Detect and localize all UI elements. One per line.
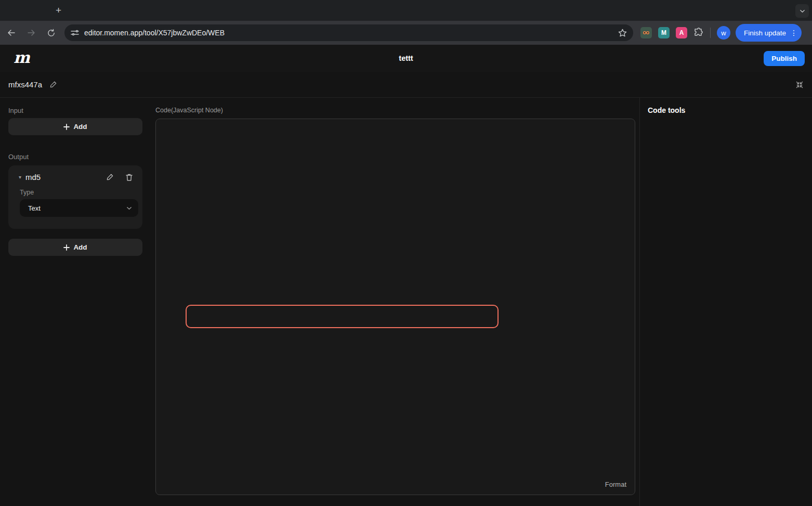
finish-update-button[interactable]: Finish update ⋮ xyxy=(736,24,802,42)
tab-search-button[interactable] xyxy=(795,4,809,18)
output-section-label: Output xyxy=(8,153,29,161)
close-window-button[interactable] xyxy=(10,7,17,14)
edit-output-icon[interactable] xyxy=(106,173,114,181)
output-item-card: ▾ md5 Type Text xyxy=(8,165,142,229)
editor-label: Code(JavaScript Node) xyxy=(155,107,223,114)
reload-button[interactable] xyxy=(43,24,59,41)
forward-button[interactable] xyxy=(23,24,40,41)
browser-menu-icon[interactable]: ⋮ xyxy=(790,29,797,37)
io-panel: Input Add Output ▾ md5 Type Text Add xyxy=(0,98,151,506)
site-settings-icon xyxy=(71,29,79,37)
delete-output-icon[interactable] xyxy=(125,173,133,181)
reload-icon xyxy=(47,29,56,37)
extensions-area: M A w xyxy=(640,26,730,40)
collapse-output-caret-icon[interactable]: ▾ xyxy=(19,174,21,180)
toolbar-divider xyxy=(710,28,711,38)
minimize-window-button[interactable] xyxy=(21,7,28,14)
finish-update-label: Finish update xyxy=(744,29,786,37)
chevron-down-icon xyxy=(126,205,132,211)
highlighted-line-box xyxy=(186,305,499,328)
type-value: Text xyxy=(28,204,126,212)
momen-logo[interactable]: m xyxy=(14,48,30,67)
browser-toolbar: editor.momen.app/tool/X57jbwZwDEo/WEB M … xyxy=(0,21,812,45)
type-select[interactable]: Text xyxy=(20,199,138,217)
node-bar: mfxs447a xyxy=(0,72,812,98)
code-tools-title: Code tools xyxy=(648,106,804,114)
input-section-label: Input xyxy=(8,107,23,114)
publish-button[interactable]: Publish xyxy=(764,51,805,66)
app-header: m tettt Publish xyxy=(0,45,812,72)
back-button[interactable] xyxy=(3,24,20,41)
m-extension-icon[interactable]: M xyxy=(658,27,670,38)
code-tools-panel: Code tools xyxy=(639,98,812,506)
type-label: Type xyxy=(20,189,136,196)
add-input-button[interactable]: Add xyxy=(8,118,142,135)
window-controls xyxy=(10,7,39,14)
back-arrow-icon xyxy=(7,29,16,37)
url-text[interactable]: editor.momen.app/tool/X57jbwZwDEo/WEB xyxy=(84,29,618,37)
collapse-panel-icon[interactable] xyxy=(795,81,804,89)
chevron-down-icon xyxy=(800,8,805,14)
monkey-goggles-icon xyxy=(642,30,650,36)
address-bar[interactable]: editor.momen.app/tool/X57jbwZwDEo/WEB xyxy=(64,24,633,41)
zoom-window-button[interactable] xyxy=(32,7,39,14)
browser-tab-strip: + xyxy=(0,0,812,21)
forward-arrow-icon xyxy=(27,29,36,37)
node-id: mfxs447a xyxy=(8,80,42,89)
plus-icon xyxy=(63,124,70,130)
project-title: tettt xyxy=(0,54,812,62)
monkey-extension-icon[interactable] xyxy=(640,27,652,38)
add-output-label: Add xyxy=(73,243,87,251)
plus-icon xyxy=(63,244,70,251)
translate-extension-icon[interactable]: A xyxy=(676,27,687,38)
add-output-button[interactable]: Add xyxy=(8,239,142,256)
format-button[interactable]: Format xyxy=(605,481,626,488)
extensions-puzzle-icon[interactable] xyxy=(693,28,704,38)
code-editor[interactable]: Format xyxy=(155,119,635,495)
bookmark-star-icon[interactable] xyxy=(618,29,627,37)
profile-avatar[interactable]: w xyxy=(717,26,730,40)
new-tab-button[interactable]: + xyxy=(56,5,61,16)
output-name: md5 xyxy=(25,173,106,181)
edit-node-id-icon[interactable] xyxy=(49,81,57,88)
add-input-label: Add xyxy=(73,123,87,131)
